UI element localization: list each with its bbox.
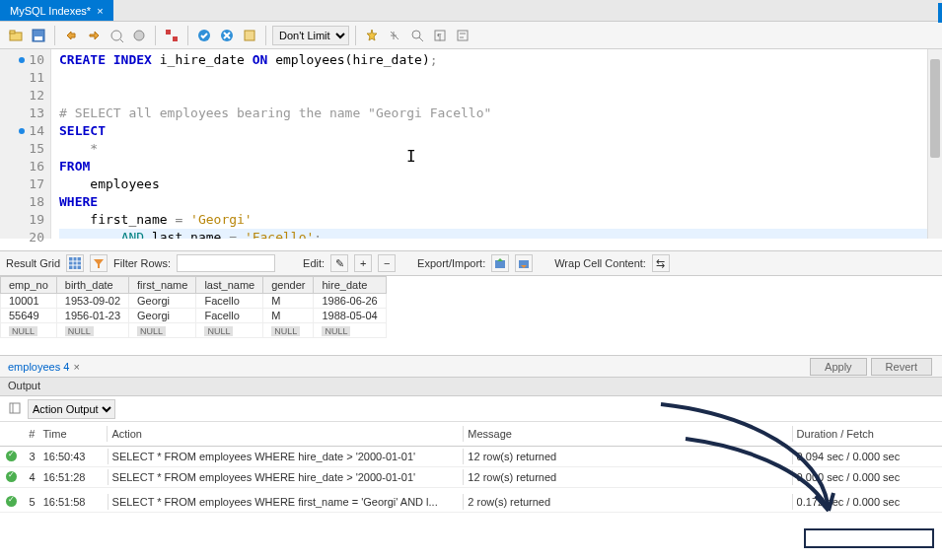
svg-point-6 [134,31,144,40]
col-header-msg: Message [468,428,787,440]
status-ok-icon [6,496,17,507]
close-icon[interactable]: × [73,361,79,373]
svg-rect-16 [458,31,468,40]
output-row[interactable]: 316:50:43 SELECT * FROM employees WHERE … [0,447,942,467]
col-header-action: Action [111,428,459,440]
table-row[interactable]: NULLNULLNULLNULLNULLNULL [1,323,387,338]
save-file-icon[interactable] [29,26,48,45]
delete-row-icon[interactable]: − [378,254,396,272]
annotation-highlight [804,528,934,548]
result-grid-label: Result Grid [6,257,60,269]
status-ok-icon [6,451,17,461]
file-tab-bar: MySQL Indexes* × [0,0,942,22]
column-header[interactable]: first_name [129,277,196,294]
svg-text:¶: ¶ [437,32,442,41]
export-label: Export/Import: [417,257,485,269]
filter-input[interactable] [177,254,275,272]
import-icon[interactable] [515,254,533,272]
editor-toolbar: Don't Limit ¶ [0,22,942,49]
svg-point-12 [412,31,420,38]
table-row[interactable]: 556491956-01-23GeorgiFacelloM1988-05-04 [1,309,387,323]
col-header-num: # [16,428,43,440]
svg-rect-1 [10,31,15,34]
find-icon[interactable] [385,26,404,45]
output-type-select[interactable]: Action Output [28,399,115,419]
output-row[interactable]: 516:51:58 SELECT * FROM employees WHERE … [0,488,942,513]
execute-current-icon[interactable] [84,26,104,45]
column-header[interactable]: emp_no [1,277,57,294]
svg-line-13 [419,37,423,41]
search-icon[interactable] [407,26,427,45]
svg-point-4 [111,31,121,40]
table-row[interactable]: 100011953-09-02GeorgiFacelloM1986-06-26 [1,294,387,309]
file-tab[interactable]: MySQL Indexes* × [0,0,113,21]
clear-output-icon[interactable] [8,401,22,417]
limit-select[interactable]: Don't Limit [272,26,349,45]
svg-rect-24 [10,403,20,413]
svg-rect-8 [173,36,178,41]
beautify-icon[interactable] [362,26,382,45]
column-header[interactable]: birth_date [56,277,128,294]
svg-rect-7 [166,30,171,35]
code-area[interactable]: I CREATE INDEX i_hire_date ON employees(… [51,49,942,239]
execute-icon[interactable] [61,26,81,45]
wrap-icon[interactable] [453,26,472,45]
commit-icon[interactable] [194,26,214,45]
explain-icon[interactable] [107,26,126,45]
svg-rect-3 [35,36,42,40]
column-header[interactable]: hire_date [314,277,386,294]
output-header: Output [0,377,942,396]
stop-icon[interactable] [129,26,149,45]
column-header[interactable]: gender [263,277,314,294]
tab-title: MySQL Indexes* [10,5,91,17]
svg-rect-11 [245,31,254,40]
status-ok-icon [6,471,17,482]
results-toolbar: Result Grid Filter Rows: Edit: ✎ + − Exp… [0,250,942,276]
toggle-icon[interactable] [162,26,181,45]
rollback-icon[interactable] [217,26,237,45]
col-header-time: Time [42,428,103,440]
svg-rect-17 [69,257,81,269]
invisible-icon[interactable]: ¶ [430,26,450,45]
grid-icon[interactable] [66,254,84,272]
column-header[interactable]: last_name [196,277,263,294]
sql-editor[interactable]: 1011121314151617181920 I CREATE INDEX i_… [0,49,942,239]
output-grid: # Time Action Message Duration / Fetch 3… [0,422,942,513]
edit-row-icon[interactable]: ✎ [330,254,348,272]
edit-label: Edit: [303,257,325,269]
text-cursor: I [406,148,416,166]
svg-line-5 [120,39,123,42]
result-tab-bar: employees 4 × Apply Revert [0,355,942,377]
col-header-dur: Duration / Fetch [797,428,942,440]
wrap-label: Wrap Cell Content: [554,257,646,269]
result-grid[interactable]: emp_nobirth_datefirst_namelast_namegende… [0,276,942,355]
revert-button[interactable]: Revert [871,358,932,376]
filter-label: Filter Rows: [113,257,171,269]
autocommit-icon[interactable] [240,26,259,45]
apply-button[interactable]: Apply [810,358,867,376]
export-icon[interactable] [491,254,509,272]
result-tab-label: employees 4 [8,361,69,373]
add-row-icon[interactable]: + [354,254,372,272]
editor-scrollbar[interactable] [927,49,942,239]
line-gutter: 1011121314151617181920 [0,49,51,239]
wrap-toggle-icon[interactable]: ⇆ [652,254,670,272]
close-icon[interactable]: × [97,5,103,17]
svg-rect-22 [495,260,505,268]
open-file-icon[interactable] [6,26,26,45]
output-row[interactable]: 416:51:28 SELECT * FROM employees WHERE … [0,467,942,488]
filter-icon[interactable] [90,254,108,272]
output-toolbar: Action Output [0,396,942,422]
result-tab[interactable]: employees 4 × [0,358,88,376]
